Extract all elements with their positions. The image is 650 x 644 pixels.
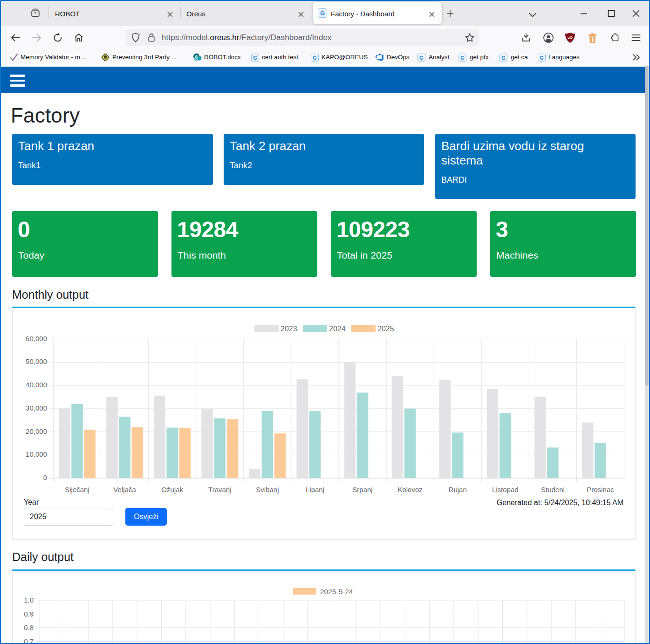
svg-text:Srpanj: Srpanj xyxy=(352,486,372,493)
svg-text:uO: uO xyxy=(568,35,573,40)
svg-text:0.7: 0.7 xyxy=(24,637,34,644)
svg-text:2024: 2024 xyxy=(329,325,346,333)
svg-text:G: G xyxy=(501,55,506,61)
svg-text:2023: 2023 xyxy=(281,325,297,333)
svg-text:G: G xyxy=(419,55,424,61)
svg-text:G: G xyxy=(253,55,257,61)
svg-text:1.0: 1.0 xyxy=(24,596,34,604)
svg-text:G: G xyxy=(460,55,465,61)
svg-text:Studeni: Studeni xyxy=(541,486,565,493)
svg-text:G: G xyxy=(313,55,317,61)
svg-text:0: 0 xyxy=(43,473,47,481)
svg-text:Siječanj: Siječanj xyxy=(65,486,89,493)
svg-text:Listopad: Listopad xyxy=(492,486,519,493)
svg-text:Lipanj: Lipanj xyxy=(306,486,324,493)
svg-text:10,000: 10,000 xyxy=(26,450,47,458)
svg-text:Svibanj: Svibanj xyxy=(256,486,279,493)
svg-text:2025-5-24: 2025-5-24 xyxy=(320,588,353,596)
svg-text:Rujan: Rujan xyxy=(449,486,467,493)
svg-text:40,000: 40,000 xyxy=(26,381,47,389)
svg-text:Veljača: Veljača xyxy=(113,486,136,493)
svg-text:0.8: 0.8 xyxy=(24,623,34,631)
svg-text:G: G xyxy=(320,10,325,17)
svg-text:0.9: 0.9 xyxy=(24,610,34,618)
svg-text:Travanj: Travanj xyxy=(208,486,231,493)
svg-text:60,000: 60,000 xyxy=(26,335,47,343)
svg-text:Kolovoz: Kolovoz xyxy=(397,486,422,493)
svg-text:2025: 2025 xyxy=(377,325,394,333)
svg-text:Prosinac: Prosinac xyxy=(587,486,614,493)
svg-text:S: S xyxy=(195,54,198,59)
svg-text:G: G xyxy=(540,55,544,61)
svg-text:Ožujak: Ožujak xyxy=(161,486,183,493)
svg-text:20,000: 20,000 xyxy=(26,427,47,435)
svg-text:50,000: 50,000 xyxy=(26,357,47,365)
svg-text:30,000: 30,000 xyxy=(26,404,47,412)
